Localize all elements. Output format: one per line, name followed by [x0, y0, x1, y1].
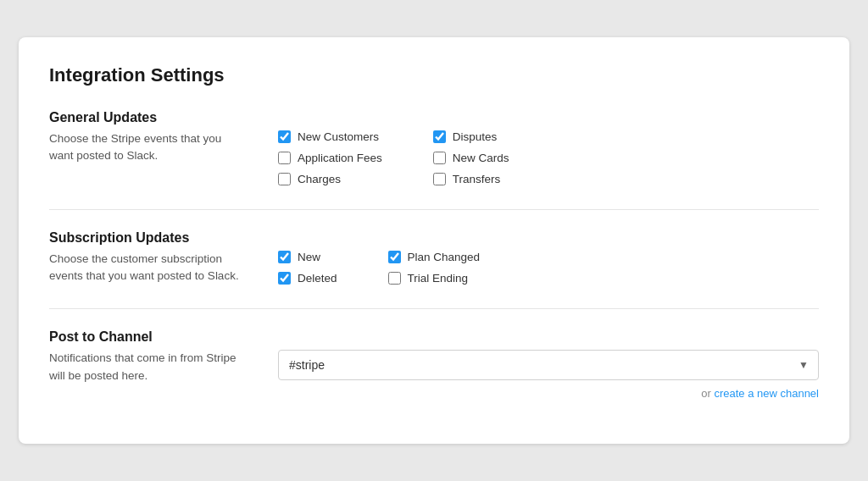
checkbox-application-fees-input[interactable]	[278, 152, 291, 164]
subscription-updates-layout: Choose the customer subscription events …	[49, 251, 819, 285]
checkbox-sub-new[interactable]: New	[278, 251, 337, 263]
general-updates-layout: Choose the Stripe events that you want p…	[49, 130, 819, 185]
checkbox-sub-deleted-input[interactable]	[278, 272, 291, 285]
checkbox-new-customers-input[interactable]	[278, 130, 291, 143]
subscription-updates-col1: New Deleted	[278, 251, 337, 285]
checkbox-plan-changed-label: Plan Changed	[408, 251, 481, 263]
checkbox-sub-deleted-label: Deleted	[298, 272, 337, 285]
divider-1	[49, 209, 819, 210]
subscription-updates-title: Subscription Updates	[49, 230, 819, 246]
general-updates-section: General Updates Choose the Stripe events…	[49, 110, 819, 209]
channel-select[interactable]: #stripe #general #notifications #alerts	[278, 350, 819, 380]
general-updates-desc: Choose the Stripe events that you want p…	[49, 130, 244, 165]
general-updates-checkboxes: New Customers Application Fees Charges D…	[278, 130, 819, 185]
divider-2	[49, 308, 819, 309]
checkbox-trial-ending[interactable]: Trial Ending	[388, 272, 481, 285]
create-new-channel-link[interactable]: create a new channel	[714, 387, 819, 400]
checkbox-sub-new-input[interactable]	[278, 251, 291, 263]
checkbox-plan-changed[interactable]: Plan Changed	[388, 251, 481, 263]
checkbox-trial-ending-label: Trial Ending	[408, 272, 469, 285]
subscription-updates-checkboxes: New Deleted Plan Changed Trial Ending	[278, 251, 819, 285]
channel-controls: #stripe #general #notifications #alerts …	[278, 350, 819, 400]
checkbox-charges-input[interactable]	[278, 173, 291, 185]
checkbox-new-cards-input[interactable]	[433, 152, 446, 164]
checkbox-charges[interactable]: Charges	[278, 173, 382, 185]
post-to-channel-title: Post to Channel	[49, 329, 819, 345]
checkbox-disputes-label: Disputes	[453, 130, 498, 143]
channel-layout: Notifications that come in from Stripe w…	[49, 350, 819, 400]
checkbox-trial-ending-input[interactable]	[388, 272, 401, 285]
channel-link-prefix: or	[701, 387, 711, 400]
checkbox-charges-label: Charges	[298, 173, 341, 185]
checkbox-disputes[interactable]: Disputes	[433, 130, 509, 143]
channel-desc: Notifications that come in from Stripe w…	[49, 350, 244, 384]
general-updates-title: General Updates	[49, 110, 819, 125]
checkbox-transfers-label: Transfers	[453, 173, 501, 185]
subscription-updates-desc: Choose the customer subscription events …	[49, 251, 244, 285]
general-updates-col1: New Customers Application Fees Charges	[278, 130, 382, 185]
checkbox-transfers[interactable]: Transfers	[433, 173, 509, 185]
checkbox-disputes-input[interactable]	[433, 130, 446, 143]
post-to-channel-section: Post to Channel Notifications that come …	[49, 329, 819, 423]
checkbox-transfers-input[interactable]	[433, 173, 446, 185]
checkbox-sub-new-label: New	[298, 251, 320, 263]
checkbox-new-customers[interactable]: New Customers	[278, 130, 382, 143]
checkbox-new-customers-label: New Customers	[298, 130, 379, 143]
checkbox-sub-deleted[interactable]: Deleted	[278, 272, 337, 285]
general-updates-col2: Disputes New Cards Transfers	[433, 130, 509, 185]
page-title: Integration Settings	[49, 64, 819, 86]
subscription-updates-section: Subscription Updates Choose the customer…	[49, 230, 819, 309]
subscription-updates-col2: Plan Changed Trial Ending	[388, 251, 481, 285]
channel-link-row: or create a new channel	[278, 387, 819, 400]
checkbox-application-fees-label: Application Fees	[298, 152, 382, 164]
settings-card: Integration Settings General Updates Cho…	[19, 37, 849, 445]
checkbox-application-fees[interactable]: Application Fees	[278, 152, 382, 164]
channel-select-wrapper: #stripe #general #notifications #alerts …	[278, 350, 819, 380]
checkbox-new-cards[interactable]: New Cards	[433, 152, 509, 164]
checkbox-new-cards-label: New Cards	[453, 152, 509, 164]
checkbox-plan-changed-input[interactable]	[388, 251, 401, 263]
